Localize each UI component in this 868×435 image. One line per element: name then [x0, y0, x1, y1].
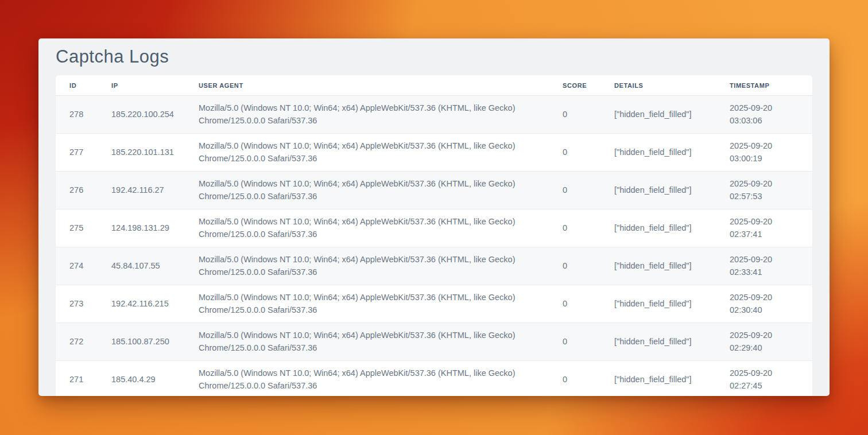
- cell-timestamp: 2025-09-2003:03:06: [716, 96, 812, 134]
- cell-user-agent: Mozilla/5.0 (Windows NT 10.0; Win64; x64…: [185, 96, 549, 134]
- cell-details: ["hidden_field_filled"]: [600, 209, 716, 247]
- cell-user-agent: Mozilla/5.0 (Windows NT 10.0; Win64; x64…: [185, 172, 549, 209]
- cell-id: 278: [56, 96, 98, 134]
- cell-timestamp: 2025-09-2002:27:45: [716, 361, 812, 397]
- cell-ip: 185.220.100.254: [98, 96, 185, 134]
- cell-score: 0: [549, 134, 600, 172]
- cell-ip: 185.40.4.29: [98, 361, 185, 397]
- cell-timestamp: 2025-09-2002:30:40: [716, 285, 812, 323]
- cell-user-agent: Mozilla/5.0 (Windows NT 10.0; Win64; x64…: [185, 209, 549, 247]
- cell-details: ["hidden_field_filled"]: [600, 96, 716, 134]
- column-header-details: DETAILS: [600, 75, 716, 96]
- cell-user-agent: Mozilla/5.0 (Windows NT 10.0; Win64; x64…: [185, 134, 549, 172]
- table-row: 27445.84.107.55Mozilla/5.0 (Windows NT 1…: [56, 247, 812, 285]
- cell-details: ["hidden_field_filled"]: [600, 134, 716, 172]
- cell-details: ["hidden_field_filled"]: [600, 361, 716, 397]
- table-row: 271185.40.4.29Mozilla/5.0 (Windows NT 10…: [56, 361, 812, 397]
- cell-id: 271: [56, 361, 98, 397]
- cell-ip: 45.84.107.55: [98, 247, 185, 285]
- captcha-logs-table: ID IP USER AGENT SCORE DETAILS TIMESTAMP…: [56, 75, 812, 396]
- table-row: 276192.42.116.27Mozilla/5.0 (Windows NT …: [56, 172, 812, 209]
- table-header-row: ID IP USER AGENT SCORE DETAILS TIMESTAMP: [56, 75, 812, 96]
- cell-ip: 185.100.87.250: [98, 323, 185, 361]
- table-row: 273192.42.116.215Mozilla/5.0 (Windows NT…: [56, 285, 812, 323]
- captcha-logs-table-panel: ID IP USER AGENT SCORE DETAILS TIMESTAMP…: [56, 75, 812, 396]
- cell-ip: 192.42.116.215: [98, 285, 185, 323]
- cell-timestamp: 2025-09-2003:00:19: [716, 134, 812, 172]
- cell-score: 0: [549, 285, 600, 323]
- table-row: 272185.100.87.250Mozilla/5.0 (Windows NT…: [56, 323, 812, 361]
- cell-details: ["hidden_field_filled"]: [600, 323, 716, 361]
- column-header-id: ID: [56, 75, 98, 96]
- captcha-logs-card: Captcha Logs ID IP USER AGENT SCORE DETA…: [38, 38, 830, 396]
- column-header-ip: IP: [98, 75, 185, 96]
- cell-id: 276: [56, 172, 98, 209]
- cell-user-agent: Mozilla/5.0 (Windows NT 10.0; Win64; x64…: [185, 361, 549, 397]
- cell-user-agent: Mozilla/5.0 (Windows NT 10.0; Win64; x64…: [185, 285, 549, 323]
- cell-id: 275: [56, 209, 98, 247]
- cell-ip: 192.42.116.27: [98, 172, 185, 209]
- cell-timestamp: 2025-09-2002:37:41: [716, 209, 812, 247]
- cell-id: 274: [56, 247, 98, 285]
- table-row: 277185.220.101.131Mozilla/5.0 (Windows N…: [56, 134, 812, 172]
- cell-id: 277: [56, 134, 98, 172]
- cell-user-agent: Mozilla/5.0 (Windows NT 10.0; Win64; x64…: [185, 247, 549, 285]
- cell-score: 0: [549, 96, 600, 134]
- cell-details: ["hidden_field_filled"]: [600, 247, 716, 285]
- table-row: 278185.220.100.254Mozilla/5.0 (Windows N…: [56, 96, 812, 134]
- column-header-user-agent: USER AGENT: [185, 75, 549, 96]
- cell-ip: 124.198.131.29: [98, 209, 185, 247]
- cell-score: 0: [549, 323, 600, 361]
- table-body: 278185.220.100.254Mozilla/5.0 (Windows N…: [56, 96, 812, 397]
- cell-details: ["hidden_field_filled"]: [600, 285, 716, 323]
- cell-score: 0: [549, 247, 600, 285]
- cell-details: ["hidden_field_filled"]: [600, 172, 716, 209]
- cell-user-agent: Mozilla/5.0 (Windows NT 10.0; Win64; x64…: [185, 323, 549, 361]
- column-header-score: SCORE: [549, 75, 600, 96]
- table-row: 275124.198.131.29Mozilla/5.0 (Windows NT…: [56, 209, 812, 247]
- cell-score: 0: [549, 172, 600, 209]
- cell-timestamp: 2025-09-2002:33:41: [716, 247, 812, 285]
- cell-score: 0: [549, 209, 600, 247]
- cell-id: 273: [56, 285, 98, 323]
- page-title: Captcha Logs: [56, 48, 812, 66]
- cell-timestamp: 2025-09-2002:57:53: [716, 172, 812, 209]
- column-header-timestamp: TIMESTAMP: [716, 75, 812, 96]
- cell-id: 272: [56, 323, 98, 361]
- cell-timestamp: 2025-09-2002:29:40: [716, 323, 812, 361]
- cell-ip: 185.220.101.131: [98, 134, 185, 172]
- cell-score: 0: [549, 361, 600, 397]
